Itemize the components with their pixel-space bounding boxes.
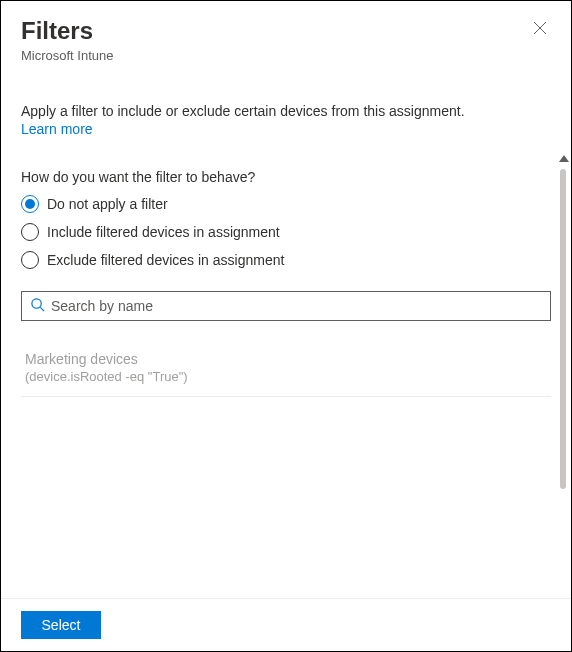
search-box[interactable] [21,291,551,321]
filter-item-rule: (device.isRooted -eq "True") [25,369,547,384]
panel-header: Filters Microsoft Intune [1,1,571,71]
filter-list: Marketing devices (device.isRooted -eq "… [21,341,551,397]
scrollbar-thumb[interactable] [560,169,566,489]
filter-list-item[interactable]: Marketing devices (device.isRooted -eq "… [21,341,551,397]
radio-icon [21,251,39,269]
behavior-question: How do you want the filter to behave? [21,169,551,185]
svg-line-3 [40,307,44,311]
select-button[interactable]: Select [21,611,101,639]
radio-icon [21,195,39,213]
description-text: Apply a filter to include or exclude cer… [21,103,551,119]
scroll-up-icon[interactable] [559,155,569,162]
search-icon [30,297,45,315]
panel-footer: Select [1,598,571,651]
scroll-area[interactable]: How do you want the filter to behave? Do… [1,161,571,593]
header-text: Filters Microsoft Intune [21,17,114,63]
svg-point-2 [32,299,41,308]
radio-option-exclude[interactable]: Exclude filtered devices in assignment [21,251,551,269]
filter-item-name: Marketing devices [25,351,547,367]
radio-label: Exclude filtered devices in assignment [47,252,284,268]
learn-more-link[interactable]: Learn more [21,121,93,137]
radio-option-include[interactable]: Include filtered devices in assignment [21,223,551,241]
description-block: Apply a filter to include or exclude cer… [1,103,571,137]
close-icon [533,21,547,38]
panel-subtitle: Microsoft Intune [21,48,114,63]
radio-label: Do not apply a filter [47,196,168,212]
radio-icon [21,223,39,241]
search-input[interactable] [51,298,542,314]
close-button[interactable] [529,17,551,41]
radio-label: Include filtered devices in assignment [47,224,280,240]
filter-mode-radio-group: Do not apply a filter Include filtered d… [21,195,551,269]
panel-title: Filters [21,17,114,46]
radio-option-do-not-apply[interactable]: Do not apply a filter [21,195,551,213]
